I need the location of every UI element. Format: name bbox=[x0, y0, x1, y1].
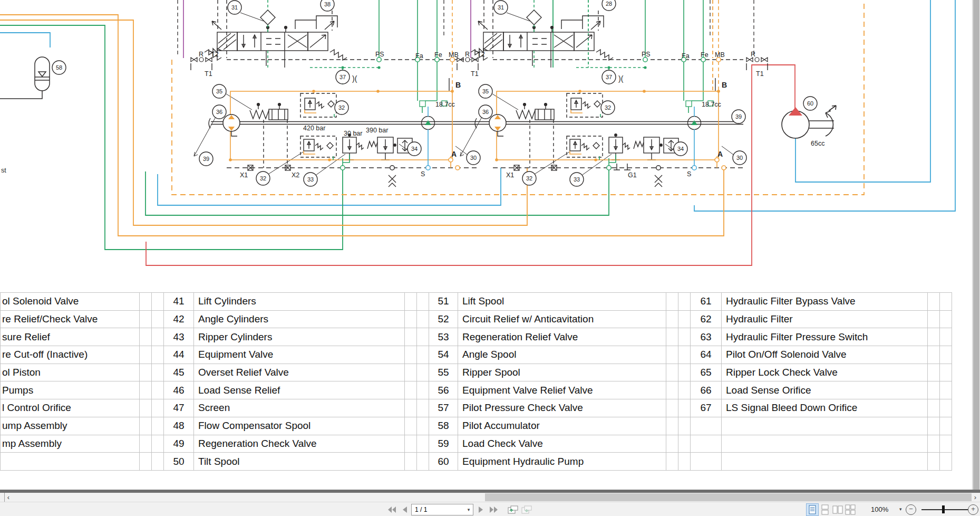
legend-spacer-cell bbox=[940, 328, 952, 346]
schematic-label: A bbox=[451, 150, 457, 158]
legend-text-cell: Hydraulic Filter bbox=[722, 310, 928, 328]
schematic-label: Fa bbox=[682, 52, 690, 60]
next-view-button[interactable] bbox=[521, 504, 532, 515]
legend-spacer-cell bbox=[152, 310, 164, 328]
vertical-scrollbar-thumb[interactable] bbox=[973, 0, 979, 490]
callout-58: 58 bbox=[52, 61, 66, 74]
legend-text-cell: re Relief/Check Valve bbox=[1, 310, 140, 328]
two-page-continuous-layout-button[interactable] bbox=[845, 504, 856, 515]
callout-30: 30 bbox=[467, 151, 480, 165]
zoom-out-button[interactable]: − bbox=[906, 504, 916, 515]
horizontal-scrollbar[interactable]: ‹ › bbox=[0, 493, 980, 502]
legend-row: l Control Orifice47Screen57Pilot Pressur… bbox=[1, 399, 952, 417]
legend-spacer-cell bbox=[405, 399, 417, 417]
legend-text-cell: LS Signal Bleed Down Orifice bbox=[722, 399, 928, 417]
zoom-in-button[interactable]: + bbox=[968, 504, 978, 515]
legend-spacer-cell bbox=[140, 328, 152, 346]
schematic-label: X1 bbox=[506, 171, 514, 179]
legend-text-cell: Pilot Accumulator bbox=[458, 417, 666, 435]
legend-text-cell: Ripper Cylinders bbox=[194, 328, 405, 346]
continuous-layout-button[interactable] bbox=[819, 504, 831, 515]
zoom-slider[interactable] bbox=[921, 509, 968, 510]
scroll-right-arrow-icon[interactable]: › bbox=[971, 493, 979, 502]
legend-text-cell: Ripper Spool bbox=[458, 364, 666, 381]
callout-39: 39 bbox=[732, 110, 745, 123]
legend-spacer-cell bbox=[152, 381, 164, 399]
legend-number-cell: 63 bbox=[691, 328, 722, 346]
legend-spacer-cell bbox=[666, 417, 678, 435]
legend-spacer-cell bbox=[140, 435, 152, 453]
callout-35: 35 bbox=[479, 84, 492, 98]
legend-row: mp Assembly49Regeneration Check Valve59L… bbox=[1, 435, 952, 453]
first-page-button[interactable] bbox=[386, 504, 397, 515]
next-page-button[interactable] bbox=[475, 504, 487, 515]
legend-number-cell bbox=[691, 417, 722, 435]
legend-text-cell: Tilt Spool bbox=[194, 453, 405, 471]
schematic-label: T2 bbox=[211, 51, 219, 58]
legend-spacer-cell bbox=[928, 435, 940, 453]
callout-31: 31 bbox=[494, 1, 508, 14]
legend-spacer-cell bbox=[678, 364, 691, 381]
previous-view-button[interactable] bbox=[507, 504, 519, 515]
legend-spacer-cell bbox=[417, 364, 429, 381]
legend-number-cell: 57 bbox=[429, 399, 458, 417]
legend-spacer-cell bbox=[140, 417, 152, 435]
two-page-layout-button[interactable] bbox=[832, 504, 843, 515]
horizontal-scrollbar-thumb[interactable] bbox=[485, 493, 972, 501]
legend-spacer-cell bbox=[940, 399, 952, 417]
callout-33: 33 bbox=[304, 173, 317, 186]
legend-spacer-cell bbox=[678, 346, 691, 364]
legend-text-cell: mp Assembly bbox=[1, 435, 140, 453]
callout-32: 32 bbox=[256, 171, 270, 185]
legend-spacer-cell bbox=[405, 381, 417, 399]
legend-text-cell: Pumps bbox=[1, 381, 140, 399]
legend-text-cell: Regeneration Relief Valve bbox=[458, 328, 666, 346]
page-dropdown-caret-icon[interactable]: ▾ bbox=[464, 507, 473, 512]
pane-splitter[interactable] bbox=[0, 493, 5, 502]
legend-spacer-cell bbox=[928, 399, 940, 417]
schematic-label: S bbox=[687, 170, 691, 178]
legend-text-cell: Screen bbox=[194, 399, 405, 417]
svg-text:35: 35 bbox=[482, 88, 489, 94]
svg-text:39: 39 bbox=[203, 156, 209, 162]
legend-row: re Cut-off (Inactive)44Equipment Valve54… bbox=[1, 346, 952, 364]
legend-number-cell: 41 bbox=[164, 293, 194, 311]
legend-spacer-cell bbox=[417, 346, 429, 364]
last-page-button[interactable] bbox=[488, 504, 500, 515]
previous-page-button[interactable] bbox=[399, 504, 411, 515]
callout-31: 31 bbox=[228, 1, 241, 14]
legend-number-cell: 66 bbox=[691, 381, 722, 399]
schematic-label: Fa bbox=[415, 52, 423, 60]
legend-spacer-cell bbox=[140, 364, 152, 381]
legend-row: Pumps46Load Sense Relief56Equipment Valv… bbox=[1, 381, 952, 399]
vertical-scrollbar[interactable] bbox=[972, 0, 980, 490]
schematic-label: 420 bar bbox=[303, 125, 325, 132]
zoom-level-label[interactable]: 100% bbox=[871, 505, 888, 513]
svg-text:36: 36 bbox=[216, 109, 222, 115]
single-page-layout-button[interactable] bbox=[807, 504, 818, 515]
legend-spacer-cell bbox=[140, 310, 152, 328]
zoom-slider-handle[interactable] bbox=[942, 505, 945, 513]
legend-spacer-cell bbox=[678, 310, 691, 328]
scroll-left-arrow-icon[interactable]: ‹ bbox=[4, 493, 13, 502]
legend-spacer-cell bbox=[417, 310, 429, 328]
svg-text:28: 28 bbox=[606, 1, 612, 7]
legend-number-cell: 61 bbox=[691, 293, 722, 311]
legend-text-cell: ump Assembly bbox=[1, 417, 140, 435]
legend-spacer-cell bbox=[417, 435, 429, 453]
zoom-dropdown-caret-icon[interactable]: ▾ bbox=[899, 507, 902, 512]
svg-text:37: 37 bbox=[606, 74, 612, 80]
legend-spacer-cell bbox=[928, 453, 940, 471]
svg-text:32: 32 bbox=[605, 104, 611, 111]
legend-spacer-cell bbox=[405, 346, 417, 364]
legend-spacer-cell bbox=[940, 435, 952, 453]
schematic-label: MB bbox=[449, 51, 459, 59]
legend-text-cell: Load Check Valve bbox=[458, 435, 666, 453]
legend-spacer-cell bbox=[152, 453, 164, 471]
legend-text-cell: Circuit Relief w/ Anticavitation bbox=[458, 310, 666, 328]
legend-spacer-cell bbox=[666, 399, 678, 417]
page-number-input[interactable] bbox=[412, 505, 464, 514]
legend-spacer-cell bbox=[417, 293, 429, 311]
page-number-box[interactable]: ▾ bbox=[411, 504, 473, 515]
legend-row: sure Relief43Ripper Cylinders53Regenerat… bbox=[1, 328, 952, 346]
